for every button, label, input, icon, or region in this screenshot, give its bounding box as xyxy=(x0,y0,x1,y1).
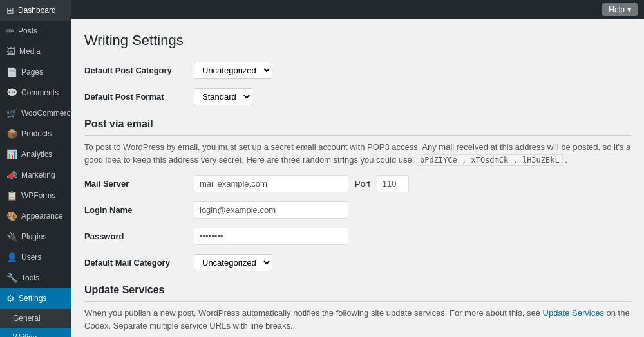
main-content: Help ▾ Writing Settings Default Post Cat… xyxy=(71,0,644,337)
login-name-control xyxy=(194,201,631,219)
sidebar-item-label: Dashboard xyxy=(18,6,56,15)
sidebar-item-label: WPForms xyxy=(21,191,55,200)
default-post-category-label: Default Post Category xyxy=(84,66,194,75)
default-post-format-control: Standard xyxy=(194,88,631,105)
default-mail-category-control: Uncategorized xyxy=(194,254,631,271)
mail-server-input[interactable] xyxy=(194,175,348,192)
submenu-item-writing[interactable]: Writing xyxy=(0,328,71,337)
update-services-title: Update Services xyxy=(84,284,631,302)
mail-server-row: Mail Server Port xyxy=(84,175,631,192)
comments-icon: 💬 xyxy=(6,87,17,98)
default-post-category-select[interactable]: Uncategorized xyxy=(194,62,272,79)
login-name-input[interactable] xyxy=(194,201,348,219)
media-icon: 🖼 xyxy=(6,46,15,57)
sidebar-item-analytics[interactable]: 📊 Analytics xyxy=(0,144,71,165)
sidebar-item-products[interactable]: 📦 Products xyxy=(0,123,71,144)
help-button[interactable]: Help ▾ xyxy=(602,3,638,16)
sidebar-item-label: Comments xyxy=(21,88,59,97)
products-icon: 📦 xyxy=(6,129,17,139)
port-label: Port xyxy=(355,179,370,188)
users-icon: 👤 xyxy=(6,252,17,262)
help-arrow-icon: ▾ xyxy=(627,5,631,14)
update-services-link[interactable]: Update Services xyxy=(543,308,604,318)
sidebar-item-comments[interactable]: 💬 Comments xyxy=(0,82,71,103)
login-name-row: Login Name xyxy=(84,201,631,219)
sidebar-item-label: Analytics xyxy=(21,150,52,159)
help-label: Help xyxy=(609,5,625,14)
default-post-category-row: Default Post Category Uncategorized xyxy=(84,62,631,79)
sidebar-item-label: Marketing xyxy=(21,170,55,179)
port-input[interactable] xyxy=(377,175,409,192)
sidebar-item-dashboard[interactable]: ⊞ Dashboard xyxy=(0,0,71,21)
page-title: Writing Settings xyxy=(84,32,631,49)
mail-server-input-row: Port xyxy=(194,175,631,192)
post-via-email-description: To post to WordPress by email, you must … xyxy=(84,141,631,166)
sidebar: ⊞ Dashboard ✏ Posts 🖼 Media 📄 Pages 💬 Co… xyxy=(0,0,71,337)
default-mail-category-label: Default Mail Category xyxy=(84,258,194,268)
post-via-email-title: Post via email xyxy=(84,118,631,136)
submenu-label: General xyxy=(13,314,41,323)
sidebar-item-label: Media xyxy=(19,47,41,56)
sidebar-item-label: WooCommerce xyxy=(21,109,71,118)
sidebar-item-label: Users xyxy=(21,253,41,262)
plugins-icon: 🔌 xyxy=(6,232,17,242)
sidebar-item-settings[interactable]: ⚙ Settings xyxy=(0,288,71,309)
default-post-format-row: Default Post Format Standard xyxy=(84,88,631,105)
sidebar-item-marketing[interactable]: 📣 Marketing xyxy=(0,165,71,185)
settings-submenu: General Writing Reading Discussion Media… xyxy=(0,309,71,337)
update-services-description: When you publish a new post, WordPress a… xyxy=(84,307,631,332)
sidebar-item-woocommerce[interactable]: 🛒 WooCommerce xyxy=(0,103,71,123)
sidebar-item-label: Products xyxy=(21,129,52,138)
password-input[interactable] xyxy=(194,228,348,245)
default-post-category-control: Uncategorized xyxy=(194,62,631,79)
submenu-label: Writing xyxy=(13,333,37,337)
sidebar-item-tools[interactable]: 🔧 Tools xyxy=(0,268,71,288)
pages-icon: 📄 xyxy=(6,67,17,77)
password-label: Password xyxy=(84,232,194,241)
random-strings: bPdZIYCe , xTOsdmCk , lH3uZBkL xyxy=(417,154,563,166)
default-post-format-select[interactable]: Standard xyxy=(194,88,252,105)
password-control xyxy=(194,228,631,245)
sidebar-item-pages[interactable]: 📄 Pages xyxy=(0,62,71,82)
default-mail-category-row: Default Mail Category Uncategorized xyxy=(84,254,631,271)
sidebar-item-label: Posts xyxy=(18,26,37,35)
appearance-icon: 🎨 xyxy=(6,211,17,221)
wpforms-icon: 📋 xyxy=(6,190,17,201)
submenu-item-general[interactable]: General xyxy=(0,309,71,328)
sidebar-item-label: Tools xyxy=(21,273,39,282)
analytics-icon: 📊 xyxy=(6,149,17,159)
mail-server-label: Mail Server xyxy=(84,179,194,188)
woocommerce-icon: 🛒 xyxy=(6,108,17,118)
settings-content: Writing Settings Default Post Category U… xyxy=(71,19,644,337)
mail-server-control: Port xyxy=(194,175,631,192)
tools-icon: 🔧 xyxy=(6,273,17,283)
sidebar-item-label: Pages xyxy=(21,68,43,77)
sidebar-item-appearance[interactable]: 🎨 Appearance xyxy=(0,206,71,226)
password-row: Password xyxy=(84,228,631,245)
settings-icon: ⚙ xyxy=(6,293,15,304)
login-name-label: Login Name xyxy=(84,205,194,215)
topbar: Help ▾ xyxy=(71,0,644,19)
default-mail-category-select[interactable]: Uncategorized xyxy=(194,254,272,271)
sidebar-item-label: Appearance xyxy=(21,212,63,221)
marketing-icon: 📣 xyxy=(6,170,17,180)
sidebar-item-label: Settings xyxy=(19,294,46,303)
dashboard-icon: ⊞ xyxy=(6,5,14,15)
posts-icon: ✏ xyxy=(6,26,14,36)
sidebar-item-label: Plugins xyxy=(21,232,46,241)
sidebar-item-plugins[interactable]: 🔌 Plugins xyxy=(0,226,71,247)
sidebar-item-users[interactable]: 👤 Users xyxy=(0,247,71,268)
sidebar-item-media[interactable]: 🖼 Media xyxy=(0,41,71,62)
sidebar-item-posts[interactable]: ✏ Posts xyxy=(0,21,71,41)
default-post-format-label: Default Post Format xyxy=(84,92,194,102)
sidebar-item-wpforms[interactable]: 📋 WPForms xyxy=(0,185,71,206)
